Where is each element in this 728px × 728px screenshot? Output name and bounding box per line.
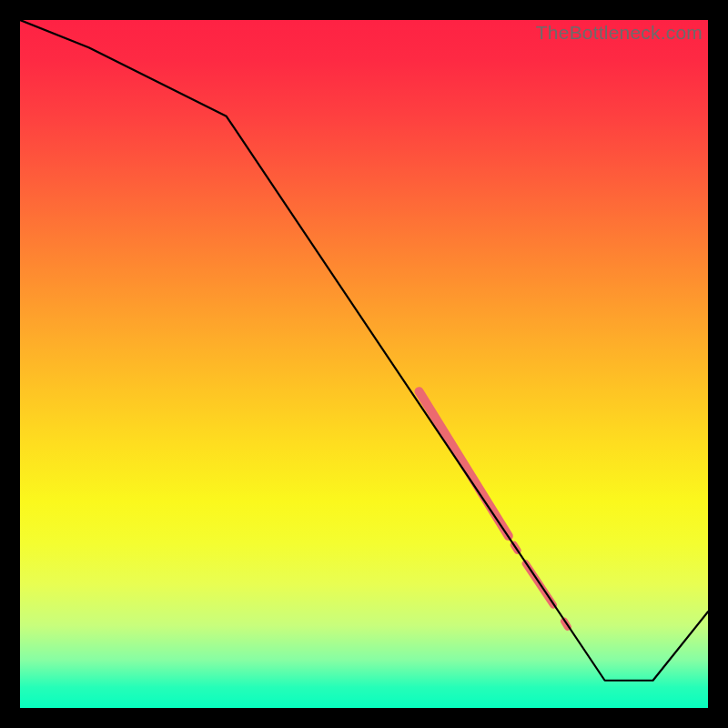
- main-curve: [20, 20, 708, 681]
- plot-area: TheBottleneck.com: [20, 20, 708, 708]
- highlight-segment: [419, 391, 508, 536]
- chart-svg: [20, 20, 708, 708]
- chart-container: TheBottleneck.com: [0, 0, 728, 728]
